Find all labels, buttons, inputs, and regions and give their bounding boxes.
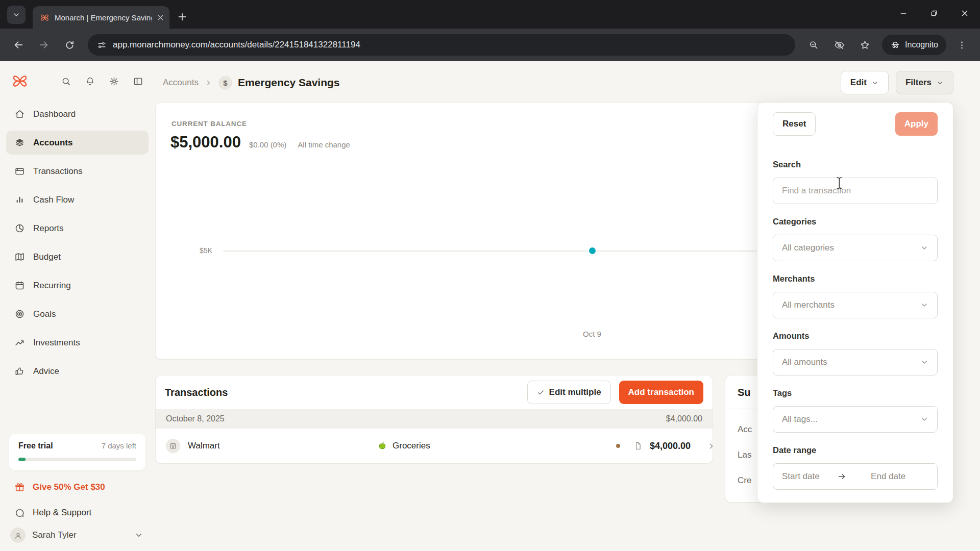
trial-title: Free trial (18, 441, 53, 450)
sidebar-item-goals[interactable]: Goals (6, 302, 149, 326)
filters-button-label: Filters (905, 78, 932, 88)
trial-days-left: 7 days left (102, 441, 136, 450)
category-name: Groceries (393, 441, 430, 451)
new-tab-button[interactable] (177, 11, 188, 22)
sidebar-item-label: Dashboard (33, 109, 76, 119)
transaction-row[interactable]: Walmart Groceries $4,000.00 (156, 429, 713, 463)
chevron-down-icon (920, 358, 928, 366)
sidebar-item-label: Advice (33, 366, 59, 377)
referral-promo-link[interactable]: Give 50% Get $30 (6, 474, 149, 500)
balance-change: $0.00 (0%) (249, 140, 286, 149)
categories-section-label: Categories (773, 217, 938, 227)
check-icon (537, 389, 545, 396)
chart-x-tick: Oct 9 (583, 330, 601, 338)
edit-multiple-button[interactable]: Edit multiple (527, 381, 611, 404)
notifications-bell-icon[interactable] (85, 76, 95, 87)
tags-section-label: Tags (773, 388, 938, 398)
zoom-icon[interactable] (803, 35, 824, 55)
site-settings-icon[interactable] (97, 40, 107, 50)
sidebar-item-cash-flow[interactable]: Cash Flow (6, 188, 149, 212)
chat-bubble-icon (14, 508, 25, 518)
chevron-down-icon (871, 79, 879, 87)
merchants-select[interactable]: All merchants (773, 292, 938, 318)
sidebar-item-advice[interactable]: Advice (6, 359, 149, 383)
browser-menu-icon[interactable] (951, 35, 972, 55)
amounts-select[interactable]: All amounts (773, 349, 938, 375)
url-text: app.monarchmoney.com/accounts/details/22… (113, 40, 360, 50)
tab-title: Monarch | Emergency Savings (55, 13, 152, 22)
search-input[interactable] (773, 178, 938, 204)
sidebar-toggle-icon[interactable] (133, 76, 143, 87)
main-content: Accounts $ Emergency Savings Edit Filter… (155, 61, 980, 551)
page-header: Accounts $ Emergency Savings Edit Filter… (163, 70, 953, 95)
edit-button[interactable]: Edit (841, 71, 889, 94)
sidebar-item-transactions[interactable]: Transactions (6, 159, 149, 183)
window-close-button[interactable] (949, 0, 980, 27)
sidebar-item-label: Cash Flow (33, 195, 74, 205)
forward-icon[interactable] (34, 35, 54, 55)
reset-button[interactable]: Reset (773, 112, 816, 136)
incognito-label: Incognito (905, 40, 938, 49)
browser-tabstrip: Monarch | Emergency Savings (0, 0, 980, 29)
merchant-name: Walmart (188, 441, 220, 451)
window-restore-button[interactable] (919, 0, 949, 27)
breadcrumb-chevron-icon (205, 79, 212, 87)
chevron-down-icon (920, 301, 928, 309)
sidebar-item-label: Accounts (33, 138, 72, 148)
tab-close-icon[interactable] (157, 14, 164, 21)
transactions-card: Transactions Edit multiple Add transacti… (155, 375, 713, 464)
sidebar-item-label: Budget (33, 252, 61, 262)
breadcrumb-accounts[interactable]: Accounts (163, 78, 199, 88)
sidebar-item-dashboard[interactable]: Dashboard (6, 102, 149, 126)
chevron-down-icon (12, 11, 20, 19)
sidebar-item-recurring[interactable]: Recurring (6, 273, 149, 297)
group-date: October 8, 2025 (166, 414, 225, 423)
merchants-value: All merchants (782, 300, 835, 310)
sidebar-item-budget[interactable]: Budget (6, 245, 149, 269)
bar-chart-icon (14, 194, 25, 205)
home-icon (14, 109, 25, 119)
user-menu[interactable]: Sarah Tyler (6, 525, 149, 543)
filters-button[interactable]: Filters (896, 71, 953, 94)
categories-select[interactable]: All categories (773, 235, 938, 261)
reset-label: Reset (782, 119, 806, 129)
current-balance-label: CURRENT BALANCE (172, 120, 247, 128)
search-section-label: Search (773, 160, 938, 169)
monarch-logo-icon[interactable] (11, 72, 29, 90)
monarch-favicon-icon (40, 13, 50, 22)
back-icon[interactable] (8, 35, 29, 55)
help-support-label: Help & Support (33, 508, 91, 518)
sidebar-item-accounts[interactable]: Accounts (6, 131, 149, 155)
end-date-input[interactable]: End date (853, 471, 928, 482)
account-type-badge: $ (218, 76, 232, 90)
sidebar-item-reports[interactable]: Reports (6, 216, 149, 240)
layers-icon (14, 137, 25, 148)
sidebar-item-label: Recurring (33, 281, 71, 291)
date-range-field[interactable]: Start date End date (773, 463, 938, 490)
tab-search-button[interactable] (7, 6, 26, 24)
start-date-input[interactable]: Start date (782, 471, 830, 482)
sidebar-item-investments[interactable]: Investments (6, 331, 149, 355)
add-transaction-button[interactable]: Add transaction (619, 381, 703, 404)
category-cell[interactable]: Groceries (377, 441, 430, 451)
settings-gear-icon[interactable] (109, 76, 119, 87)
sidebar-header (6, 69, 149, 96)
arrow-right-icon (837, 472, 846, 481)
merchants-section-label: Merchants (773, 274, 938, 284)
apply-button[interactable]: Apply (895, 112, 938, 136)
browser-tab[interactable]: Monarch | Emergency Savings (33, 6, 169, 29)
chevron-down-icon (920, 415, 928, 423)
address-bar[interactable]: app.monarchmoney.com/accounts/details/22… (88, 34, 795, 56)
groceries-apple-icon (377, 441, 387, 451)
sidebar-item-label: Goals (33, 309, 56, 319)
bookmark-star-icon[interactable] (854, 35, 875, 55)
reload-icon[interactable] (59, 35, 80, 55)
search-icon[interactable] (61, 76, 71, 87)
help-support-link[interactable]: Help & Support (6, 500, 149, 525)
tags-select[interactable]: All tags... (773, 406, 938, 433)
edit-button-label: Edit (850, 78, 867, 88)
transactions-title: Transactions (165, 387, 228, 398)
chart-data-point[interactable] (589, 247, 596, 254)
eye-off-icon[interactable] (829, 35, 849, 55)
window-minimize-button[interactable] (888, 0, 919, 27)
